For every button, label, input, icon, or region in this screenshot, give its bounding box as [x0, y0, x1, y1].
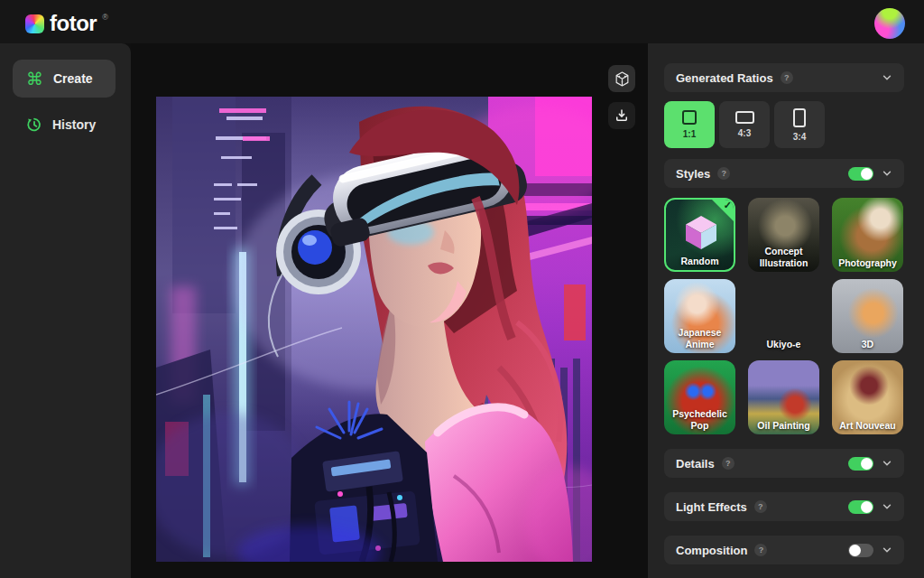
generated-image [156, 97, 592, 562]
view-3d-button[interactable] [608, 65, 635, 92]
help-icon[interactable]: ? [781, 71, 793, 84]
style-tile-random[interactable]: ✓ Random [664, 198, 735, 272]
style-label: Psychedelic Pop [666, 408, 734, 431]
section-title: Composition [676, 544, 747, 557]
style-tile-ukiyo-e[interactable]: Ukiyo-e [748, 279, 819, 353]
ratio-options: 1:1 4:3 3:4 [664, 101, 825, 148]
help-icon[interactable]: ? [722, 457, 735, 470]
canvas-area [131, 43, 648, 578]
top-bar: fotor ® [0, 0, 924, 43]
style-tile-art-nouveau[interactable]: Art Nouveau [832, 360, 903, 434]
chevron-down-icon [882, 168, 892, 179]
portrait-ratio-icon [793, 108, 806, 127]
details-toggle[interactable] [848, 457, 873, 471]
download-icon [614, 107, 630, 124]
ratio-label: 4:3 [738, 128, 751, 138]
ratio-label: 1:1 [683, 129, 696, 139]
chevron-down-icon [882, 72, 892, 83]
sidebar-item-label: History [52, 117, 96, 132]
style-label: Art Nouveau [834, 420, 901, 431]
brand-name: fotor [50, 12, 97, 35]
square-ratio-icon [682, 110, 697, 125]
chevron-down-icon [882, 501, 892, 512]
sidebar: ⌘ Create History [0, 43, 131, 578]
style-tile-photography[interactable]: Photography [832, 198, 903, 272]
chevron-down-icon [882, 545, 892, 555]
style-tile-psychedelic-pop[interactable]: Psychedelic Pop [664, 360, 735, 434]
cube-art [681, 211, 721, 251]
section-title: Details [676, 457, 715, 471]
section-generated-ratios[interactable]: Generated Ratios ? [664, 63, 904, 92]
cube-3d-icon [614, 70, 631, 88]
account-avatar[interactable] [874, 8, 905, 39]
style-label: Concept Illustration [750, 246, 818, 268]
chevron-down-icon [882, 458, 892, 469]
style-label: Photography [834, 257, 901, 268]
style-label: Oil Painting [750, 420, 818, 431]
style-grid: ✓ Random Concept Illustration Photograph… [664, 198, 904, 434]
command-icon: ⌘ [26, 70, 43, 88]
style-tile-3d[interactable]: 3D [832, 279, 903, 353]
landscape-ratio-icon [735, 111, 754, 124]
history-icon [26, 117, 42, 133]
section-details[interactable]: Details ? [664, 449, 904, 478]
section-light-effects[interactable]: Light Effects ? [664, 492, 904, 521]
style-tile-japanese-anime[interactable]: Japanese Anime [664, 279, 735, 353]
style-tile-oil-painting[interactable]: Oil Painting [748, 360, 819, 434]
styles-toggle[interactable] [848, 167, 873, 181]
ratio-option-1-1[interactable]: 1:1 [664, 101, 715, 148]
light-effects-toggle[interactable] [848, 500, 873, 514]
composition-toggle[interactable] [848, 544, 873, 557]
section-styles[interactable]: Styles ? [664, 159, 904, 188]
brand-logo[interactable]: fotor ® [25, 12, 108, 35]
section-composition[interactable]: Composition ? [664, 536, 904, 564]
help-icon[interactable]: ? [754, 544, 767, 556]
sidebar-item-label: Create [53, 71, 93, 86]
check-icon: ✓ [724, 200, 732, 211]
fotor-logo-icon [25, 14, 44, 33]
sidebar-item-history[interactable]: History [13, 107, 116, 143]
download-button[interactable] [608, 102, 635, 129]
style-label: Japanese Anime [666, 327, 734, 350]
style-label: 3D [834, 339, 901, 350]
section-title: Generated Ratios [676, 71, 773, 85]
settings-panel: Generated Ratios ? 1:1 4:3 3:4 Styles ? [648, 43, 924, 578]
section-title: Light Effects [676, 500, 747, 514]
ratio-option-4-3[interactable]: 4:3 [719, 101, 770, 148]
help-icon[interactable]: ? [754, 500, 767, 513]
ratio-option-3-4[interactable]: 3:4 [774, 101, 825, 148]
style-label: Ukiyo-e [750, 339, 818, 350]
registered-mark: ® [102, 13, 108, 22]
style-label: Random [668, 256, 732, 266]
help-icon[interactable]: ? [717, 167, 730, 180]
style-tile-concept-illustration[interactable]: Concept Illustration [748, 198, 819, 272]
sidebar-item-create[interactable]: ⌘ Create [13, 60, 116, 98]
fotor-app: fotor ® ⌘ Create History [0, 0, 924, 578]
section-title: Styles [676, 167, 710, 181]
generated-image-art [156, 97, 592, 562]
ratio-label: 3:4 [793, 132, 806, 142]
